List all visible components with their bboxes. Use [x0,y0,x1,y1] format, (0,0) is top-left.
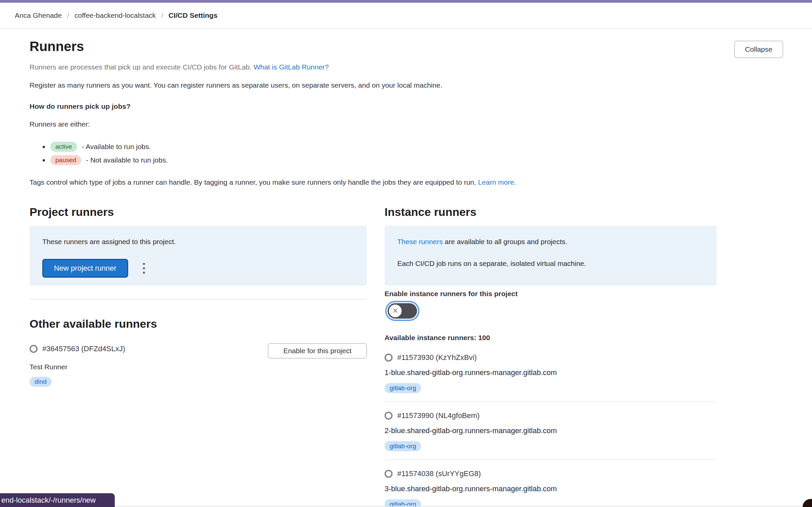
breadcrumb-item-user[interactable]: Anca Ghenade [15,11,62,19]
section-divider [30,299,367,299]
runner-status-icon [385,470,393,478]
list-item: active - Available to run jobs. [43,140,168,153]
paused-status-text: - Not available to run jobs. [86,156,168,164]
other-runner-name: Test Runner [30,362,67,372]
instance-runners-title: Instance runners [385,204,476,219]
window-bottom-edge [0,506,812,506]
instance-runners-toggle[interactable]: ✕ [388,303,417,319]
corner-overlay [803,499,812,507]
instance-runners-info-line2: Each CI/CD job runs on a separate, isola… [397,258,704,269]
runner-status-icon [385,412,393,420]
collapse-button[interactable]: Collapse [734,41,783,58]
available-instance-runners-label: Available instance runners: 100 [385,332,490,343]
breadcrumb-separator: / [67,11,69,19]
instance-runners-info-box: These runners are available to all group… [385,226,717,286]
runner-host: 3-blue.shared-gitlab-org.runners-manager… [385,485,557,493]
project-runners-actions: New project runner [42,259,354,278]
instance-runner-id-link[interactable]: #11574038 (sUrYYgEG8) [397,469,481,478]
other-runner-row: #36457563 (DFZd4SLxJ) [30,344,125,353]
other-runner-id-link[interactable]: #36457563 (DFZd4SLxJ) [42,344,125,353]
instance-runner-row: #11573990 (NL4gfoBem) 2-blue.shared-gitl… [385,411,717,420]
runner-title-row: #11574038 (sUrYYgEG8) [385,469,717,478]
toggle-knob: ✕ [389,305,402,317]
list-item: paused - Not available to run jobs. [43,153,168,167]
project-runners-title: Project runners [30,204,114,219]
runner-status-icon [30,345,38,353]
row-divider [385,401,717,402]
runner-title-row: #11573930 (KzYhZxBvi) [385,353,717,362]
runner-tag-badge: dind [30,377,52,387]
vertical-ellipsis-icon[interactable] [141,261,147,276]
jobs-question: How do runners pick up jobs? [30,101,131,112]
runner-title-row: #11573990 (NL4gfoBem) [385,411,717,420]
bullet-icon [43,146,45,148]
runner-status-icon [385,354,393,362]
row-divider [385,459,717,460]
instance-runners-info-rest: are available to all groups and projects… [443,238,567,245]
breadcrumb-item-project[interactable]: coffee-backend-localstack [74,11,156,19]
window-accent-bar [0,0,812,3]
breadcrumb-separator: / [161,11,163,19]
enable-for-project-button[interactable]: Enable for this project [268,343,367,359]
status-bullet-list: active - Available to run jobs. paused -… [43,140,168,167]
instance-runners-info-line1: These runners are available to all group… [397,236,704,247]
runner-host: 2-blue.shared-gitlab-org.runners-manager… [385,426,557,435]
runners-description-text: Runners are processes that pick up and e… [30,63,254,71]
page-title: Runners [30,38,84,55]
breadcrumb: Anca Ghenade / coffee-backend-localstack… [0,3,812,29]
runners-description: Runners are processes that pick up and e… [30,62,329,73]
instance-runner-row: #11574038 (sUrYYgEG8) 3-blue.shared-gitl… [385,469,717,478]
project-runners-info-text: These runners are assigned to this proje… [42,236,354,247]
x-cross-icon: ✕ [392,307,398,315]
runner-tag-badge: gitlab-org [385,441,421,451]
runners-either-text: Runners are either: [30,119,90,130]
what-is-gitlab-runner-link[interactable]: What is GitLab Runner? [254,63,329,71]
breadcrumb-item-current: CI/CD Settings [168,11,217,19]
instance-runner-id-link[interactable]: #11573930 (KzYhZxBvi) [397,353,477,362]
instance-runner-row: #11573930 (KzYhZxBvi) 1-blue.shared-gitl… [385,353,717,362]
register-note: Register as many runners as you want. Yo… [30,80,442,91]
instance-runner-id-link[interactable]: #11573990 (NL4gfoBem) [397,411,479,420]
tags-note-text: Tags control which type of jobs a runner… [30,178,478,186]
enable-instance-runners-label: Enable instance runners for this project [385,288,518,299]
page: Anca Ghenade / coffee-backend-localstack… [0,0,812,507]
runner-host: 1-blue.shared-gitlab-org.runners-manager… [385,368,557,377]
learn-more-link[interactable]: Learn more. [478,178,516,186]
runner-tag-badge: gitlab-org [385,383,421,393]
active-status-badge: active [50,142,77,152]
status-url-text: end-localstack/-/runners/new [1,496,96,505]
new-project-runner-button[interactable]: New project runner [42,259,128,278]
paused-status-badge: paused [50,155,81,165]
project-runners-info-box: These runners are assigned to this proje… [30,226,367,286]
tags-note: Tags control which type of jobs a runner… [30,177,516,188]
active-status-text: - Available to run jobs. [82,143,151,151]
bullet-icon [43,159,45,162]
these-runners-link[interactable]: These runners [397,238,443,245]
status-url-bubble: end-localstack/-/runners/new [0,493,115,507]
other-runners-title: Other available runners [30,316,157,331]
